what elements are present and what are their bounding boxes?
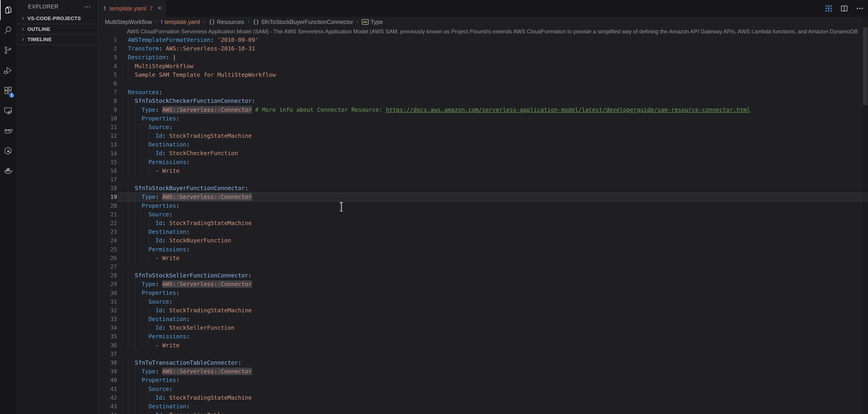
code-line[interactable]: 14 Id: StockCheckerFunction bbox=[99, 149, 868, 158]
line-number[interactable]: 37 bbox=[99, 351, 117, 357]
line-number[interactable]: 5 bbox=[99, 72, 117, 78]
line-number[interactable]: 27 bbox=[99, 264, 117, 270]
run-debug-icon[interactable] bbox=[0, 60, 16, 81]
code-line[interactable]: 30 Properties: bbox=[99, 289, 868, 297]
code-line[interactable]: 18 SfnToStockBuyerFunctionConnector: bbox=[99, 184, 868, 193]
split-editor-button[interactable] bbox=[840, 4, 849, 13]
code-line[interactable]: 40 Properties: bbox=[99, 376, 868, 385]
extensions-icon[interactable]: 1 bbox=[0, 81, 16, 100]
code-line[interactable]: 33 Destination: bbox=[99, 315, 868, 324]
code-line[interactable]: 1AWSTemplateFormatVersion: '2010-09-09' bbox=[99, 36, 868, 44]
code-line[interactable]: 32 Id: StockTradingStateMachine bbox=[99, 306, 868, 315]
breadcrumb-item-template.yaml[interactable]: !template.yaml bbox=[161, 19, 200, 26]
tab-template-yaml[interactable]: !template.yaml7 bbox=[99, 0, 167, 17]
line-number[interactable]: 3 bbox=[99, 54, 117, 61]
line-number[interactable]: 44 bbox=[99, 412, 117, 414]
code-line[interactable]: 24 Id: StockBuyerFunction bbox=[99, 236, 868, 245]
code-line[interactable]: 38 SfnToTransactionTableConnector: bbox=[99, 358, 868, 367]
line-number[interactable]: 34 bbox=[99, 325, 117, 331]
line-number[interactable]: 29 bbox=[99, 281, 117, 288]
code-line[interactable]: 2Transform: AWS::Serverless-2016-10-31 bbox=[99, 44, 868, 53]
code-line[interactable]: 27 bbox=[99, 263, 868, 271]
code-line[interactable]: 29 Type: AWS::Serverless::Connector bbox=[99, 280, 868, 289]
breadcrumb-item-multistepworkflow[interactable]: MultiStepWorkflow bbox=[105, 19, 152, 25]
line-number[interactable]: 10 bbox=[99, 115, 117, 122]
line-number[interactable]: 16 bbox=[99, 168, 117, 174]
code-line[interactable]: 3Description: | bbox=[99, 53, 868, 62]
code-line[interactable]: 19 Type: AWS::Serverless::Connector bbox=[99, 193, 868, 201]
editor-scrollbar[interactable] bbox=[863, 17, 868, 414]
line-number[interactable]: 19 bbox=[99, 194, 117, 200]
code-line[interactable]: 22 Id: StockTradingStateMachine bbox=[99, 219, 868, 228]
line-number[interactable]: 36 bbox=[99, 342, 117, 349]
source-control-icon[interactable] bbox=[0, 40, 16, 60]
line-number[interactable]: 23 bbox=[99, 229, 117, 235]
line-number[interactable]: 25 bbox=[99, 246, 117, 253]
sidebar-section-timeline[interactable]: TIMELINE bbox=[16, 34, 98, 45]
code-line[interactable]: 6 bbox=[99, 79, 868, 88]
line-number[interactable]: 35 bbox=[99, 333, 117, 340]
code-line[interactable]: 44 Id: TransactionTable bbox=[99, 411, 868, 414]
code-line[interactable]: 21 Source: bbox=[99, 210, 868, 219]
code-line[interactable]: 17 bbox=[99, 175, 868, 184]
code-line[interactable]: 11 Source: bbox=[99, 123, 868, 131]
line-number[interactable]: 20 bbox=[99, 203, 117, 209]
codewhisperer-icon[interactable] bbox=[0, 141, 16, 161]
line-number[interactable]: 32 bbox=[99, 307, 117, 314]
code-line[interactable]: 41 Source: bbox=[99, 385, 868, 393]
line-number[interactable]: 17 bbox=[99, 176, 117, 183]
line-number[interactable]: 7 bbox=[99, 89, 117, 95]
scrollbar-thumb[interactable] bbox=[863, 27, 868, 105]
code-line[interactable]: 10 Properties: bbox=[99, 114, 868, 123]
line-number[interactable]: 14 bbox=[99, 150, 117, 157]
application-composer-button[interactable] bbox=[824, 4, 833, 13]
line-number[interactable]: 21 bbox=[99, 211, 117, 218]
line-number[interactable]: 12 bbox=[99, 133, 117, 139]
line-number[interactable]: 33 bbox=[99, 316, 117, 322]
sidebar-section-outline[interactable]: OUTLINE bbox=[16, 24, 98, 34]
code-line[interactable]: 7Resources: bbox=[99, 88, 868, 97]
code-line[interactable]: 4 MultiStepWorkflow bbox=[99, 62, 868, 70]
line-number[interactable]: 22 bbox=[99, 220, 117, 227]
line-number[interactable]: 30 bbox=[99, 290, 117, 296]
code-line[interactable]: 28 SfnToStockSellerFunctionConnector: bbox=[99, 271, 868, 280]
code-line[interactable]: 20 Properties: bbox=[99, 202, 868, 210]
line-number[interactable]: 39 bbox=[99, 368, 117, 375]
line-number[interactable]: 6 bbox=[99, 81, 117, 87]
comment-link[interactable]: https://docs.aws.amazon.com/serverless-a… bbox=[386, 107, 750, 113]
line-number[interactable]: 42 bbox=[99, 394, 117, 401]
more-actions-button[interactable] bbox=[855, 4, 864, 13]
line-number[interactable]: 24 bbox=[99, 237, 117, 244]
breadcrumb-item-sfntostockbuyerfunctionconnector[interactable]: {}SfnToStockBuyerFunctionConnector bbox=[253, 19, 353, 25]
code-line[interactable]: 34 Id: StockSellerFunction bbox=[99, 324, 868, 332]
search-icon[interactable] bbox=[0, 20, 16, 40]
line-number[interactable]: 31 bbox=[99, 299, 117, 305]
code-line[interactable]: 13 Destination: bbox=[99, 140, 868, 149]
code-line[interactable]: 26 - Write bbox=[99, 254, 868, 263]
code-line[interactable]: 25 Permissions: bbox=[99, 245, 868, 254]
code-line[interactable]: 8 SfnToStockCheckerFunctionConnector: bbox=[99, 97, 868, 105]
breadcrumb-item-resources[interactable]: {}Resources bbox=[209, 19, 244, 25]
close-icon[interactable] bbox=[157, 5, 162, 11]
line-number[interactable]: 11 bbox=[99, 124, 117, 130]
code-line[interactable]: 12 Id: StockTradingStateMachine bbox=[99, 131, 868, 140]
code-line[interactable]: 37 bbox=[99, 350, 868, 358]
remote-explorer-icon[interactable] bbox=[0, 100, 16, 121]
line-number[interactable]: 40 bbox=[99, 377, 117, 383]
code-line[interactable]: 36 - Write bbox=[99, 341, 868, 350]
code-line[interactable]: 16 - Write bbox=[99, 167, 868, 175]
line-number[interactable]: 43 bbox=[99, 403, 117, 410]
aws-icon[interactable]: aws bbox=[0, 121, 16, 141]
code-line[interactable]: 42 Id: StockTradingStateMachine bbox=[99, 393, 868, 402]
code-line[interactable]: 23 Destination: bbox=[99, 228, 868, 236]
line-number[interactable]: 26 bbox=[99, 255, 117, 261]
code-line[interactable]: 35 Permissions: bbox=[99, 332, 868, 341]
line-number[interactable]: 13 bbox=[99, 141, 117, 148]
code-line[interactable]: 9 Type: AWS::Serverless::Connector # Mor… bbox=[99, 106, 868, 114]
docker-icon[interactable] bbox=[0, 161, 16, 181]
line-number[interactable]: 8 bbox=[99, 98, 117, 104]
line-number[interactable]: 18 bbox=[99, 185, 117, 191]
code-line[interactable]: 43 Destination: bbox=[99, 402, 868, 411]
line-number[interactable]: 2 bbox=[99, 46, 117, 52]
line-number[interactable]: 4 bbox=[99, 63, 117, 69]
